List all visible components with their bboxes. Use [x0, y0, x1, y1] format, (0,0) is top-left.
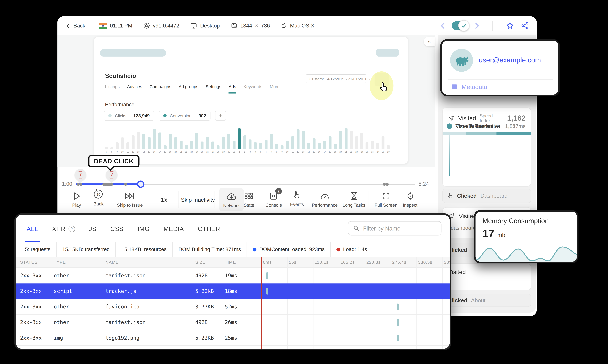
network-request-row[interactable]: 2xx-3xximglogo192.png5.22KB25ms: [16, 330, 450, 346]
user-email[interactable]: user@example.com: [479, 56, 541, 64]
collapse-sidebar-button[interactable]: »: [424, 37, 435, 46]
timeline-total-time: 5:24: [418, 181, 429, 187]
column-header[interactable]: NAME: [105, 260, 119, 265]
playback-speed-button[interactable]: 1x: [161, 196, 167, 203]
back-button[interactable]: Back: [66, 23, 85, 29]
bookmark-star-button[interactable]: [505, 21, 515, 30]
cell-status: 2xx-3xx: [20, 304, 42, 310]
dead-click-label: DEAD CLICK: [94, 157, 134, 165]
skip-to-issue-button[interactable]: Skip to Issue: [117, 191, 143, 208]
network-tab[interactable]: MEDIA: [164, 215, 184, 242]
visited-event-card[interactable]: Visited Speed Index 1,162 / Time to Rend…: [442, 107, 531, 187]
network-tab[interactable]: IMG: [138, 215, 150, 242]
column-header[interactable]: TIME: [225, 260, 236, 265]
waterfall-tick: 385.6: [444, 260, 451, 265]
issue-pin[interactable]: i: [74, 169, 86, 181]
divider: [448, 79, 553, 79]
add-metric-button[interactable]: +: [215, 111, 226, 121]
timeline-track[interactable]: ii: [76, 184, 415, 185]
network-tab[interactable]: JS: [89, 215, 96, 242]
chart-bar: 8: [109, 126, 115, 153]
previous-session-button[interactable]: [440, 22, 446, 29]
network-request-row[interactable]: 2xx-3xxothermanifest.json492B19ms: [16, 268, 450, 283]
filter-field[interactable]: [348, 221, 441, 235]
network-panel-button[interactable]: Network: [219, 188, 244, 211]
column-header[interactable]: TYPE: [54, 260, 66, 265]
site-nav-tab[interactable]: More: [270, 84, 280, 94]
chart-bar: 15: [146, 126, 152, 153]
full-screen-icon: [381, 192, 390, 201]
chart-bar: 26: [205, 126, 210, 153]
metric-value: 1,847ms: [505, 123, 526, 129]
pointer-hand-icon: [293, 190, 301, 200]
performance-more-button[interactable]: ···: [381, 101, 388, 107]
cell-size: 3.77KB: [195, 304, 214, 310]
share-button[interactable]: [521, 21, 529, 30]
performance-panel-button[interactable]: Performance: [312, 191, 338, 208]
network-tab[interactable]: ALL: [27, 215, 38, 242]
inspect-button[interactable]: Inspect: [403, 191, 417, 208]
event-marker[interactable]: [79, 183, 82, 186]
replayed-website: Scotisheio ListingsAdvicesCampaignsAd gr…: [93, 37, 408, 164]
play-button[interactable]: Play: [72, 191, 81, 208]
conversion-metric-chip[interactable]: Conversion 902: [159, 111, 211, 121]
back-10-button[interactable]: 10 Back: [93, 190, 104, 206]
date-range-select[interactable]: Custom: 14/12/2019 - 21/01/2020 ⌄: [306, 74, 366, 83]
date-range-value: Custom: 14/12/2019 - 21/01/2020: [306, 77, 367, 81]
network-tab[interactable]: OTHER: [198, 215, 220, 242]
event-marker[interactable]: [386, 183, 389, 186]
network-request-row[interactable]: 2xx-3xxscripttracker.js5.22KB18ms: [16, 283, 450, 299]
state-panel-button[interactable]: State: [244, 191, 254, 208]
network-request-row[interactable]: 2xx-3xxotherfavicon.ico3.77KB52ms: [16, 299, 450, 315]
column-header[interactable]: SIZE: [195, 260, 206, 265]
autoplay-toggle[interactable]: [452, 21, 468, 30]
speed-index-label: Speed Index: [480, 113, 504, 123]
network-request-row[interactable]: 2xx-3xxothermanifest.json492B26ms: [16, 315, 450, 330]
site-nav-tab[interactable]: Ad groups: [179, 84, 198, 94]
event-target: Dashboard: [480, 193, 507, 199]
india-flag-icon: [99, 23, 107, 28]
cell-status: 2xx-3xx: [20, 272, 42, 279]
site-nav-tab[interactable]: Advices: [127, 84, 142, 94]
performance-label: Performance: [312, 203, 338, 208]
inspect-label: Inspect: [403, 203, 417, 208]
event-marker[interactable]: [383, 183, 386, 186]
visited-metric-row: Time To Interactive 1,847ms: [443, 123, 531, 129]
divider: [178, 191, 178, 208]
clicks-metric-chip[interactable]: Clicks 123,949: [104, 111, 154, 121]
column-header[interactable]: STATUS: [20, 260, 38, 265]
full-screen-button[interactable]: Full Screen: [375, 191, 397, 208]
resolution-icon: [231, 22, 237, 29]
skip-inactivity-button[interactable]: Skip Inactivity: [181, 197, 215, 203]
chart-bar: 11: [290, 126, 295, 153]
chart-bar: 14: [306, 126, 311, 153]
long-tasks-panel-button[interactable]: Long Tasks: [343, 191, 365, 208]
chart-bar: 13: [136, 126, 141, 153]
issue-pin[interactable]: i: [105, 169, 117, 181]
chart-bar: 27: [210, 126, 216, 153]
event-marker[interactable]: [110, 183, 113, 186]
site-nav-tab[interactable]: Campaigns: [149, 84, 171, 94]
visited-event-card[interactable]: Visited: [442, 263, 531, 290]
skip-to-issue-label: Skip to Issue: [117, 203, 143, 208]
clicked-event-row[interactable]: Clicked About: [442, 294, 531, 307]
memory-value: 17 mb: [482, 227, 505, 240]
metadata-button[interactable]: Metadata: [451, 83, 487, 90]
filter-input[interactable]: [363, 225, 436, 232]
issue-icon: i: [109, 171, 114, 178]
site-nav-tab[interactable]: Ads: [229, 84, 236, 94]
site-nav-tab[interactable]: Settings: [206, 84, 221, 94]
network-tab[interactable]: XHR?: [52, 215, 75, 242]
site-nav-tab[interactable]: Listings: [105, 84, 120, 94]
event-marker[interactable]: [124, 183, 127, 186]
clicked-event-row[interactable]: Clicked Dashboard: [442, 189, 531, 203]
help-icon[interactable]: ?: [68, 225, 75, 232]
network-tab[interactable]: CSS: [110, 215, 124, 242]
cell-name: manifest.json: [105, 272, 145, 279]
playhead-handle[interactable]: [137, 181, 144, 188]
next-session-button[interactable]: [474, 22, 479, 29]
site-nav-tab[interactable]: Keywords: [244, 84, 262, 94]
event-marker[interactable]: [77, 183, 80, 186]
console-panel-button[interactable]: 3 Console: [265, 191, 282, 208]
events-panel-button[interactable]: Events: [290, 190, 304, 207]
